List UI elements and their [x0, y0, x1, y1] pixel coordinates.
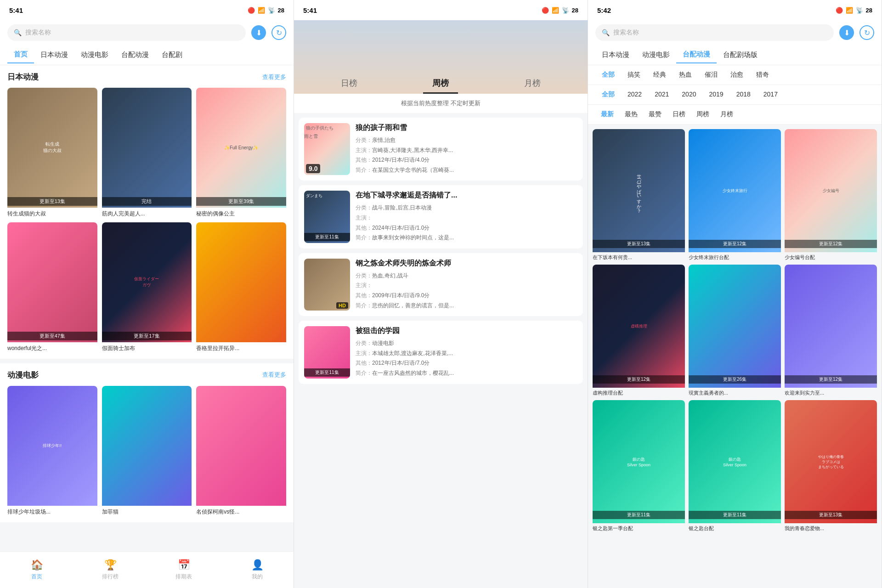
sort-hot[interactable]: 最热	[619, 108, 643, 120]
thumb-3: ✨Full Energy✨ 更新至39集	[196, 88, 286, 208]
year-2017[interactable]: 2017	[757, 89, 784, 101]
year-2020[interactable]: 2020	[675, 89, 702, 101]
filter-all[interactable]: 全部	[595, 69, 621, 81]
list-item[interactable]: 仮面ライダーガヴ 更新至17集 假面骑士加布	[102, 222, 192, 352]
list-item[interactable]: 銀の匙Silver Spoon 更新至11集 银之匙台配	[689, 400, 781, 532]
year-all[interactable]: 全部	[595, 89, 621, 101]
refresh-btn-3[interactable]: ↻	[859, 25, 874, 40]
tab-tw-3[interactable]: 台配动漫	[676, 46, 717, 63]
p3-thumb-3: 少女編号	[785, 129, 877, 252]
list-item[interactable]: 名侦探柯南vs怪...	[196, 386, 286, 516]
p3-thumb-4: 虚構推理	[593, 265, 685, 388]
tab-twdrama-1[interactable]: 台配剧	[155, 47, 189, 63]
section-header-movie: 动漫电影 查看更多	[7, 370, 286, 380]
content-3: サーバーやばいすか？ 更新至13集 在下坂本有何贵... 少女終末旅行 更新至1…	[588, 124, 882, 588]
rank-item-2[interactable]: ダンまち 更新至11集 在地下城寻求邂逅是否搞错了... 分类：战斗,冒险,后宫…	[299, 185, 583, 248]
badge-5: 更新至17集	[102, 332, 192, 340]
status-icons-2: 🔴 📶 📡 28	[542, 7, 578, 14]
list-item[interactable]: 排球少年!! 排球少年垃圾场...	[7, 386, 97, 516]
see-more-movie[interactable]: 查看更多	[262, 371, 286, 379]
filter-comedy[interactable]: 搞笑	[621, 69, 647, 81]
home-icon-1: 🏠	[31, 559, 43, 571]
year-2022[interactable]: 2022	[621, 89, 648, 101]
tab-daily[interactable]: 日榜	[332, 74, 367, 94]
tab-movie-1[interactable]: 动漫电影	[74, 47, 115, 63]
tab-movie-3[interactable]: 动漫电影	[636, 47, 676, 63]
rank-item-4[interactable]: 更新至11集 被狙击的学园 分类：动漫电影 主演：本城雄太郎,渡边麻友,花泽香菜…	[299, 321, 583, 384]
year-2021[interactable]: 2021	[648, 89, 675, 101]
filter-tear[interactable]: 催泪	[698, 69, 724, 81]
list-item[interactable]: サーバーやばいすか？ 更新至13集 在下坂本有何贵...	[593, 129, 685, 261]
anime-title-m2: 加菲猫	[102, 508, 192, 516]
rank-list-inner: 狼の子供たち雨と雪 9.0 狼的孩子雨和雪 分类：亲情,治愈 主演：宫崎葵,大泽…	[294, 113, 588, 393]
p3-badge-4: 更新至12集	[593, 375, 685, 384]
panel3-grid: サーバーやばいすか？ 更新至13集 在下坂本有何贵... 少女終末旅行 更新至1…	[588, 124, 882, 537]
nav-tabs-3: 日本动漫 动漫电影 台配动漫 台配剧场版	[588, 45, 882, 65]
anime-title-m3: 名侦探柯南vs怪...	[196, 508, 286, 516]
search-input-wrap-3[interactable]: 🔍 搜索名称	[595, 24, 834, 41]
filter-healing[interactable]: 治愈	[724, 69, 750, 81]
search-icon-1: 🔍	[14, 29, 22, 36]
download-btn-3[interactable]: ⬇	[839, 25, 854, 40]
nav-home-1[interactable]: 🏠 首页	[0, 559, 74, 581]
rank-thumb-4: 更新至11集	[304, 326, 350, 378]
list-item[interactable]: 銀の匙Silver Spoon 更新至11集 银之匙第一季台配	[593, 400, 685, 532]
sort-newest[interactable]: 最新	[595, 108, 619, 120]
profile-icon-1: 👤	[251, 559, 264, 571]
download-btn-1[interactable]: ⬇	[251, 25, 266, 40]
section-header-japan: 日本动漫 查看更多	[7, 72, 286, 82]
content-1: 日本动漫 查看更多 転生成猫の大叔 更新至13集 转生成猫的大叔 完结 筋肉人完…	[0, 65, 294, 588]
rank-item-3[interactable]: HD 钢之炼金术师失明的炼金术师 分类：热血,奇幻,战斗 主演： 其他：2009…	[299, 253, 583, 316]
schedule-icon-1: 📅	[178, 559, 190, 571]
rank-info-4: 被狙击的学园 分类：动漫电影 主演：本城雄太郎,渡边麻友,花泽香菜,... 其他…	[356, 326, 577, 378]
p3-title-5: 現實主義勇者的...	[689, 390, 781, 396]
nav-rank-1[interactable]: 🏆 排行榜	[74, 559, 147, 581]
tab-weekly[interactable]: 周榜	[423, 74, 458, 94]
section-title-movie: 动漫电影	[7, 370, 39, 380]
p3-badge-1: 更新至13集	[593, 240, 685, 248]
sort-daily[interactable]: 日榜	[667, 108, 691, 120]
tab-japan-3[interactable]: 日本动漫	[595, 47, 636, 63]
p3-badge-7: 更新至11集	[593, 511, 685, 519]
rank-item-1[interactable]: 狼の子供たち雨と雪 9.0 狼的孩子雨和雪 分类：亲情,治愈 主演：宫崎葵,大泽…	[299, 118, 583, 181]
sort-weekly[interactable]: 周榜	[691, 108, 715, 120]
tab-japan-1[interactable]: 日本动漫	[34, 47, 74, 63]
list-item[interactable]: 更新至47集 wonderful光之...	[7, 222, 97, 352]
list-item[interactable]: 香格里拉开拓异...	[196, 222, 286, 352]
list-item[interactable]: 虚構推理 更新至12集 虚构推理台配	[593, 265, 685, 396]
tab-monthly[interactable]: 月榜	[515, 74, 550, 94]
filter-action[interactable]: 热血	[673, 69, 698, 81]
search-input-wrap-1[interactable]: 🔍 搜索名称	[7, 24, 246, 41]
sort-monthly[interactable]: 月榜	[715, 108, 739, 120]
tab-twdrama-3[interactable]: 台配剧场版	[717, 47, 764, 63]
rank-title-2: 在地下城寻求邂逅是否搞错了...	[356, 191, 577, 200]
status-icons-3: 🔴 📶 📡 28	[836, 7, 872, 14]
list-item[interactable]: 完结 筋肉人完美超人...	[102, 88, 192, 218]
genre-filter: 全部 搞笑 经典 热血 催泪 治愈 猎奇	[588, 65, 882, 85]
see-more-japan[interactable]: 查看更多	[262, 73, 286, 81]
sort-like[interactable]: 最赞	[643, 108, 667, 120]
year-2018[interactable]: 2018	[730, 89, 757, 101]
list-item[interactable]: 少女終末旅行 更新至12集 少女终末旅行台配	[689, 129, 781, 261]
status-dot-2: 🔴	[542, 7, 549, 14]
tab-home-1[interactable]: 首页	[7, 46, 34, 63]
bottom-nav-1: 🏠 首页 🏆 排行榜 📅 排期表 👤 我的	[0, 551, 294, 588]
p3-thumb-6	[785, 265, 877, 388]
list-item[interactable]: ✨Full Energy✨ 更新至39集 秘密的偶像公主	[196, 88, 286, 218]
filter-gore[interactable]: 猎奇	[750, 69, 775, 81]
status-dot-1: 🔴	[248, 7, 255, 14]
list-item[interactable]: 加菲猫	[102, 386, 192, 516]
list-item[interactable]: 少女編号 更新至12集 少女编号台配	[785, 129, 877, 261]
tab-tw-1[interactable]: 台配动漫	[115, 47, 155, 63]
panel-3: 5:42 🔴 📶 📡 28 🔍 搜索名称 ⬇ ↻ 日本动漫 动漫电影 台配动漫 …	[588, 0, 882, 588]
list-item[interactable]: 更新至12集 欢迎来到实力至...	[785, 265, 877, 396]
list-item[interactable]: 転生成猫の大叔 更新至13集 转生成猫的大叔	[7, 88, 97, 218]
filter-classic[interactable]: 经典	[647, 69, 673, 81]
list-item[interactable]: 更新至26集 現實主義勇者的...	[689, 265, 781, 396]
refresh-btn-1[interactable]: ↻	[271, 25, 286, 40]
list-item[interactable]: やはり俺の青春ラブコメはまちがっている 更新至13集 我的青春恋爱物...	[785, 400, 877, 532]
p3-title-8: 银之匙台配	[689, 525, 781, 532]
year-2019[interactable]: 2019	[702, 89, 729, 101]
nav-schedule-1[interactable]: 📅 排期表	[147, 559, 220, 581]
nav-profile-1[interactable]: 👤 我的	[220, 559, 294, 581]
